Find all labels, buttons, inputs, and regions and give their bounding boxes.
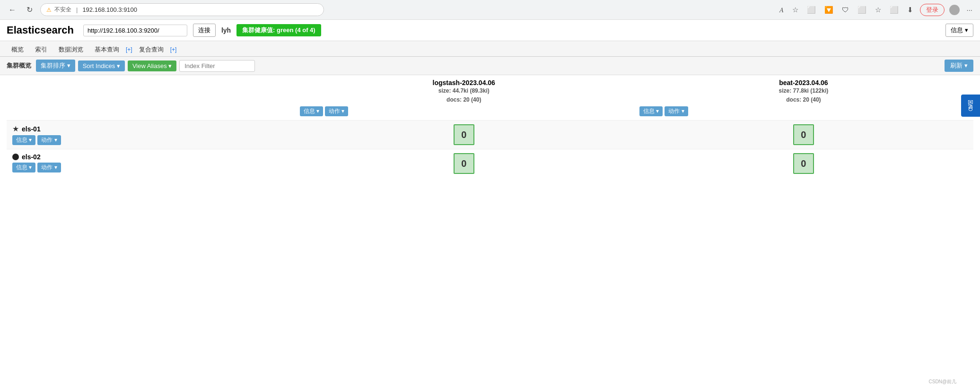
node-column-header — [7, 75, 294, 121]
url-text[interactable]: 192.168.100.3:9100 — [82, 6, 318, 13]
node-info-cell-0: ★ els-01 信息 ▾ 动作 ▾ — [7, 121, 294, 149]
index-name-1: beat-2023.04.06 — [639, 79, 968, 86]
app-header: Elasticsearch 连接 lyh 集群健康值: green (4 of … — [0, 20, 980, 41]
username-label: lyh — [221, 26, 231, 34]
tab-complex-query[interactable]: 复合查询 — [134, 43, 168, 56]
node-info-button-0[interactable]: 信息 ▾ — [12, 135, 35, 145]
health-badge: 集群健康值: green (4 of 4) — [236, 24, 321, 36]
node-action-btns-0: 信息 ▾ 动作 ▾ — [12, 135, 289, 145]
node-name-0: els-01 — [22, 125, 41, 133]
tab-overview[interactable]: 概览 — [7, 43, 28, 56]
node-action-button-0[interactable]: 动作 ▾ — [37, 135, 61, 145]
index-size-1: size: 77.8ki (122ki) — [639, 86, 968, 95]
complex-query-plus[interactable]: [+] — [170, 46, 177, 53]
browser-icons: 𝐴 ☆ ⬜ 🔽 🛡 ⬜ ☆ ⬜ ⬇ 登录 ··· — [778, 4, 974, 16]
node-info-button-1[interactable]: 信息 ▾ — [12, 163, 35, 172]
shard-box-0-1[interactable]: 0 — [793, 124, 814, 145]
more-button[interactable]: ··· — [964, 5, 974, 15]
browser-chrome: ← ↻ ⚠ 不安全 | 192.168.100.3:9100 𝐴 ☆ ⬜ 🔽 🛡… — [0, 0, 980, 20]
mail-icon[interactable]: ✉ — [968, 98, 973, 106]
index-col-0: logstash-2023.04.06 size: 44.7ki (89.3ki… — [294, 75, 634, 121]
index-filter-input[interactable] — [179, 60, 255, 72]
indices-header-row: logstash-2023.04.06 size: 44.7ki (89.3ki… — [7, 75, 973, 121]
node-row-0: ★ els-01 信息 ▾ 动作 ▾ 0 0 — [7, 121, 973, 149]
sort-indices-button[interactable]: Sort Indices ▾ — [78, 60, 125, 71]
node-row-1: els-02 信息 ▾ 动作 ▾ 0 0 — [7, 149, 973, 178]
security-warning-icon: ⚠ — [46, 7, 52, 13]
tab-basic-query[interactable]: 基本查询 — [90, 43, 124, 56]
index-docs-0: docs: 20 (40) — [300, 95, 628, 104]
shard-cell-0-1: 0 — [634, 121, 973, 149]
right-sidebar: ✉ C 笔记 — [961, 95, 980, 117]
bookmark-star-icon[interactable]: ☆ — [790, 5, 800, 15]
tab-data-browse[interactable]: 数据浏览 — [54, 43, 88, 56]
star-icon: ★ — [12, 124, 19, 133]
node-action-btns-1: 信息 ▾ 动作 ▾ — [12, 163, 289, 172]
index-info-button-0[interactable]: 信息 ▾ — [300, 106, 323, 116]
index-size-0: size: 44.7ki (89.3ki) — [300, 86, 628, 95]
download-icon[interactable]: ⬇ — [905, 5, 915, 15]
url-bar: ⚠ 不安全 | 192.168.100.3:9100 — [40, 3, 324, 16]
avatar — [949, 5, 960, 15]
index-docs-1: docs: 20 (40) — [639, 95, 968, 104]
app-title: Elasticsearch — [7, 24, 74, 36]
tab-indices[interactable]: 索引 — [30, 43, 52, 56]
security-warning-text: 不安全 — [54, 6, 71, 14]
sidebar-c-label: C — [968, 108, 973, 111]
collections-icon[interactable]: ⬜ — [888, 5, 901, 15]
section-label: 集群概览 — [7, 61, 31, 70]
nav-tabs: 概览 索引 数据浏览 基本查询 [+] 复合查询 [+] — [0, 41, 980, 57]
index-actions-0: 信息 ▾ 动作 ▾ — [300, 106, 628, 116]
index-action-button-0[interactable]: 动作 ▾ — [325, 106, 348, 116]
tab-search-icon[interactable]: ⬜ — [805, 5, 818, 15]
separator: | — [76, 6, 78, 13]
extension-icon[interactable]: 🔽 — [822, 5, 835, 15]
indices-table: logstash-2023.04.06 size: 44.7ki (89.3ki… — [7, 75, 973, 178]
view-aliases-button[interactable]: View Aliases ▾ — [128, 60, 176, 71]
shard-box-1-1[interactable]: 0 — [793, 153, 814, 174]
node-action-button-1[interactable]: 动作 ▾ — [37, 163, 61, 172]
shield-icon[interactable]: 🛡 — [840, 5, 851, 15]
connect-button[interactable]: 连接 — [193, 24, 216, 37]
node-info-cell-1: els-02 信息 ▾ 动作 ▾ — [7, 149, 294, 178]
favorites-icon[interactable]: ☆ — [873, 5, 883, 15]
toolbar: 集群概览 集群排序 ▾ Sort Indices ▾ View Aliases … — [0, 57, 980, 75]
screen-icon[interactable]: ⬜ — [856, 5, 868, 15]
browser-refresh-button[interactable]: ↻ — [24, 4, 35, 15]
index-actions-1: 信息 ▾ 动作 ▾ — [639, 106, 968, 116]
info-top-button[interactable]: 信息 ▾ — [945, 24, 973, 37]
index-col-1: beat-2023.04.06 size: 77.8ki (122ki) doc… — [634, 75, 973, 121]
index-name-0: logstash-2023.04.06 — [300, 79, 628, 86]
server-url-input[interactable] — [83, 25, 187, 36]
index-action-button-1[interactable]: 动作 ▾ — [665, 106, 688, 116]
shard-box-1-0[interactable]: 0 — [454, 153, 474, 174]
node-name-1: els-02 — [22, 153, 41, 161]
cluster-sort-button[interactable]: 集群排序 ▾ — [36, 60, 75, 72]
shard-cell-1-1: 0 — [634, 149, 973, 178]
shard-box-0-0[interactable]: 0 — [454, 124, 474, 145]
login-button[interactable]: 登录 — [920, 4, 945, 16]
index-info-button-1[interactable]: 信息 ▾ — [639, 106, 663, 116]
refresh-button[interactable]: 刷新 ▾ — [945, 60, 973, 72]
basic-query-plus[interactable]: [+] — [126, 46, 132, 53]
main-content: logstash-2023.04.06 size: 44.7ki (89.3ki… — [0, 75, 980, 178]
shard-cell-1-0: 0 — [294, 149, 634, 178]
shard-cell-0-0: 0 — [294, 121, 634, 149]
translate-icon[interactable]: 𝐴 — [778, 5, 786, 15]
circle-icon — [12, 154, 19, 160]
back-button[interactable]: ← — [6, 5, 19, 15]
